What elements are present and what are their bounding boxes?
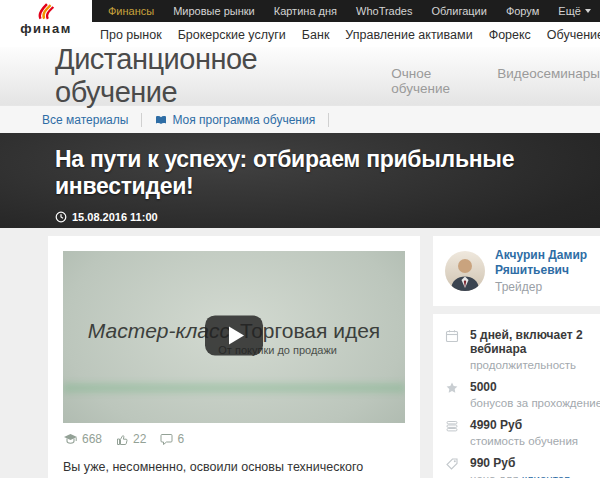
- article-stats: 668 22 6: [63, 432, 405, 446]
- topnav-more-dropdown[interactable]: Ещё: [558, 5, 591, 17]
- calendar-icon: [445, 328, 461, 371]
- comment-bubble-icon: [160, 433, 173, 446]
- subnav: Все материалы Моя программа обучения: [0, 105, 600, 133]
- link-ochnoe-obuchenie[interactable]: Очное обучение: [391, 66, 479, 96]
- banknote-icon: [445, 418, 461, 447]
- course-price-row: 4990 Руб стоимость обучения: [445, 418, 600, 447]
- course-bonus-value: 5000: [470, 380, 600, 394]
- tag-icon: [445, 456, 461, 478]
- divider: [141, 113, 142, 127]
- top-nav-bar: Финансы Мировые рынки Картина дня WhoTra…: [88, 0, 600, 22]
- client-price-row: 990 Руб цена для клиентов: [445, 456, 600, 478]
- chevron-down-icon: [585, 9, 591, 13]
- graduation-cap-icon: [63, 433, 78, 446]
- star-icon: [445, 380, 461, 409]
- course-bonus-label: бонусов за прохождение: [470, 397, 600, 409]
- topnav-whotrades[interactable]: WhoTrades: [356, 5, 412, 17]
- instructor-role: Трейдер: [495, 280, 600, 294]
- course-price-value: 4990 Руб: [470, 418, 578, 432]
- client-price-label: цена для клиентов: [470, 473, 570, 478]
- article-card: Мастер-класс Торговая идея От покупки до…: [48, 236, 420, 478]
- book-icon: [155, 114, 167, 126]
- play-icon: [229, 326, 244, 344]
- title-links: Очное обучение Видеосеминары: [391, 56, 600, 96]
- flame-icon: [35, 3, 57, 20]
- views-stat: 668: [63, 432, 102, 446]
- page-title: Дистанционное обучение: [55, 43, 365, 109]
- hero-banner: На пути к успеху: отбираем прибыльные ин…: [0, 133, 600, 228]
- mainnav-bank[interactable]: Банк: [302, 28, 330, 42]
- mainnav-pro-rynok[interactable]: Про рынок: [100, 28, 162, 42]
- topnav-mirovye-rynki[interactable]: Мировые рынки: [173, 5, 255, 17]
- course-duration-label: продолжительность: [470, 359, 600, 371]
- course-price-label: стоимость обучения: [470, 435, 578, 447]
- topnav-forum[interactable]: Форум: [506, 5, 539, 17]
- mainnav-brokerskie[interactable]: Брокерские услуги: [178, 28, 286, 42]
- instructor-name[interactable]: Акчурин Дамир Ряшитьевич: [495, 248, 600, 278]
- likes-stat[interactable]: 22: [116, 432, 146, 446]
- link-videoseminary[interactable]: Видеосеминары: [497, 66, 600, 96]
- topnav-obligacii[interactable]: Облигации: [431, 5, 486, 17]
- comments-stat[interactable]: 6: [160, 432, 184, 446]
- finam-logo[interactable]: финам: [0, 0, 92, 47]
- mainnav-upravlenie[interactable]: Управление активами: [345, 28, 472, 42]
- main-nav-bar: Про рынок Брокерские услуги Банк Управле…: [100, 22, 600, 47]
- course-duration-value: 5 дней, включает 2 вебинара: [470, 328, 600, 356]
- content-area: Мастер-класс Торговая идея От покупки до…: [0, 228, 600, 478]
- instructor-card: Акчурин Дамир Ряшитьевич Трейдер: [433, 236, 600, 306]
- article-intro-text: Вы уже, несомненно, освоили основы техни…: [63, 458, 405, 478]
- course-bonus-row: 5000 бонусов за прохождение: [445, 380, 600, 409]
- mainnav-obuchenie[interactable]: Обучение: [547, 28, 600, 42]
- article-title: На пути к успеху: отбираем прибыльные ин…: [55, 146, 600, 200]
- logo-text: финам: [20, 21, 72, 36]
- video-player[interactable]: Мастер-класс Торговая идея От покупки до…: [63, 251, 405, 423]
- play-button[interactable]: [205, 315, 263, 355]
- subnav-vse-materialy[interactable]: Все материалы: [42, 113, 128, 127]
- clients-link[interactable]: клиентов: [522, 473, 571, 478]
- subnav-moya-programma[interactable]: Моя программа обучения: [155, 113, 315, 127]
- thumbs-up-icon: [116, 433, 129, 446]
- topnav-finansy[interactable]: Финансы: [108, 5, 154, 17]
- instructor-avatar[interactable]: [445, 251, 485, 291]
- course-duration-row: 5 дней, включает 2 вебинара продолжитель…: [445, 328, 600, 371]
- topnav-kartina-dnya[interactable]: Картина дня: [274, 5, 337, 17]
- site-header: финам Финансы Мировые рынки Картина дня …: [0, 0, 600, 47]
- article-datetime: 15.08.2016 11:00: [55, 211, 600, 223]
- instructor-info: Акчурин Дамир Ряшитьевич Трейдер: [495, 248, 600, 294]
- page-title-band: Дистанционное обучение Очное обучение Ви…: [0, 47, 600, 105]
- mainnav-forex[interactable]: Форекс: [489, 28, 531, 42]
- clock-icon: [55, 211, 67, 223]
- client-price-value: 990 Руб: [470, 456, 570, 470]
- divider: [328, 113, 329, 127]
- course-info-card: 5 дней, включает 2 вебинара продолжитель…: [433, 314, 600, 478]
